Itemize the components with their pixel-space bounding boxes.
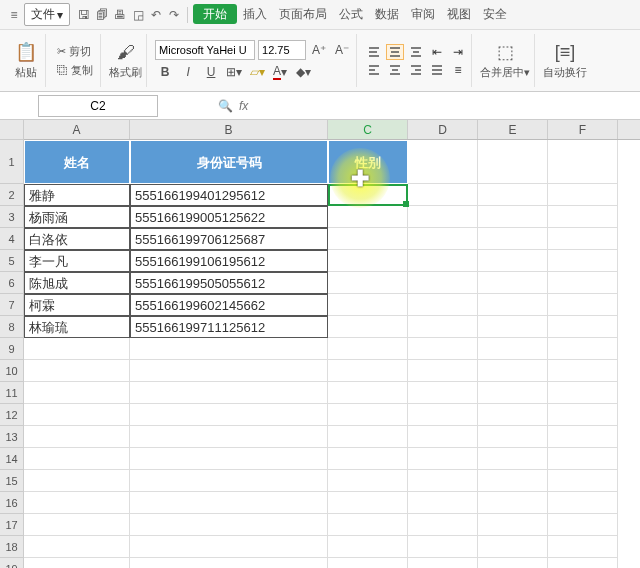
bold-button[interactable]: B xyxy=(155,62,175,82)
save-as-icon[interactable]: 🗐 xyxy=(94,8,110,22)
cell-F13[interactable] xyxy=(548,426,618,448)
underline-button[interactable]: U xyxy=(201,62,221,82)
wrap-group[interactable]: [≡] 自动换行 xyxy=(539,34,591,87)
cell-F8[interactable] xyxy=(548,316,618,338)
row-header-9[interactable]: 9 xyxy=(0,338,24,360)
cell-D4[interactable] xyxy=(408,228,478,250)
cell-D18[interactable] xyxy=(408,536,478,558)
fill-color-button[interactable]: ▱▾ xyxy=(247,62,267,82)
col-header-C[interactable]: C xyxy=(328,120,408,139)
cell-E6[interactable] xyxy=(478,272,548,294)
cell-C13[interactable] xyxy=(328,426,408,448)
tab-插入[interactable]: 插入 xyxy=(237,4,273,24)
cell-F19[interactable] xyxy=(548,558,618,568)
align-top-button[interactable] xyxy=(365,44,383,60)
cell-F17[interactable] xyxy=(548,514,618,536)
cell-E4[interactable] xyxy=(478,228,548,250)
cell-C9[interactable] xyxy=(328,338,408,360)
cell-E11[interactable] xyxy=(478,382,548,404)
cell-F6[interactable] xyxy=(548,272,618,294)
cell-A3[interactable]: 杨雨涵 xyxy=(24,206,130,228)
cell-A16[interactable] xyxy=(24,492,130,514)
cell-E13[interactable] xyxy=(478,426,548,448)
cell-B5[interactable]: 555166199106195612 xyxy=(130,250,328,272)
cell-C4[interactable] xyxy=(328,228,408,250)
row-header-4[interactable]: 4 xyxy=(0,228,24,250)
cell-D19[interactable] xyxy=(408,558,478,568)
save-icon[interactable]: 🖫 xyxy=(76,8,92,22)
cell-B14[interactable] xyxy=(130,448,328,470)
redo-icon[interactable]: ↷ xyxy=(166,8,182,22)
column-headers[interactable]: ABCDEF xyxy=(24,120,640,140)
cell-A13[interactable] xyxy=(24,426,130,448)
effects-button[interactable]: ◆▾ xyxy=(293,62,313,82)
cell-B3[interactable]: 555166199005125622 xyxy=(130,206,328,228)
cell-B6[interactable]: 555166199505055612 xyxy=(130,272,328,294)
zoom-icon[interactable]: 🔍 xyxy=(218,99,233,113)
col-header-D[interactable]: D xyxy=(408,120,478,139)
cell-D7[interactable] xyxy=(408,294,478,316)
cell-C10[interactable] xyxy=(328,360,408,382)
cell-C18[interactable] xyxy=(328,536,408,558)
cell-D12[interactable] xyxy=(408,404,478,426)
cell-B1[interactable]: 身份证号码 xyxy=(130,140,328,184)
row-header-18[interactable]: 18 xyxy=(0,536,24,558)
cell-B18[interactable] xyxy=(130,536,328,558)
cell-E7[interactable] xyxy=(478,294,548,316)
cell-A1[interactable]: 姓名 xyxy=(24,140,130,184)
row-header-6[interactable]: 6 xyxy=(0,272,24,294)
decrease-font-icon[interactable]: A⁻ xyxy=(332,40,352,60)
cell-F2[interactable] xyxy=(548,184,618,206)
cell-E19[interactable] xyxy=(478,558,548,568)
align-right-button[interactable] xyxy=(407,62,425,78)
cell-A5[interactable]: 李一凡 xyxy=(24,250,130,272)
cell-D6[interactable] xyxy=(408,272,478,294)
cell-C14[interactable] xyxy=(328,448,408,470)
cell-D10[interactable] xyxy=(408,360,478,382)
align-center-button[interactable] xyxy=(386,62,404,78)
cell-A11[interactable] xyxy=(24,382,130,404)
cell-C19[interactable] xyxy=(328,558,408,568)
cell-E9[interactable] xyxy=(478,338,548,360)
indent-decrease-button[interactable]: ⇤ xyxy=(428,44,446,60)
cell-D5[interactable] xyxy=(408,250,478,272)
cell-B4[interactable]: 555166199706125687 xyxy=(130,228,328,250)
tab-视图[interactable]: 视图 xyxy=(441,4,477,24)
cell-F5[interactable] xyxy=(548,250,618,272)
cell-A2[interactable]: 雅静 xyxy=(24,184,130,206)
cell-B10[interactable] xyxy=(130,360,328,382)
italic-button[interactable]: I xyxy=(178,62,198,82)
undo-icon[interactable]: ↶ xyxy=(148,8,164,22)
cell-A17[interactable] xyxy=(24,514,130,536)
cell-B2[interactable]: 555166199401295612 xyxy=(130,184,328,206)
name-box[interactable] xyxy=(38,95,158,117)
cell-A12[interactable] xyxy=(24,404,130,426)
cell-D15[interactable] xyxy=(408,470,478,492)
cell-E16[interactable] xyxy=(478,492,548,514)
cell-F14[interactable] xyxy=(548,448,618,470)
cell-E3[interactable] xyxy=(478,206,548,228)
cell-A7[interactable]: 柯霖 xyxy=(24,294,130,316)
align-bottom-button[interactable] xyxy=(407,44,425,60)
row-header-14[interactable]: 14 xyxy=(0,448,24,470)
col-header-F[interactable]: F xyxy=(548,120,618,139)
cell-B7[interactable]: 555166199602145662 xyxy=(130,294,328,316)
cell-E14[interactable] xyxy=(478,448,548,470)
row-header-16[interactable]: 16 xyxy=(0,492,24,514)
cell-E12[interactable] xyxy=(478,404,548,426)
cell-C8[interactable] xyxy=(328,316,408,338)
cell-D16[interactable] xyxy=(408,492,478,514)
cell-F7[interactable] xyxy=(548,294,618,316)
cell-A19[interactable] xyxy=(24,558,130,568)
cell-F9[interactable] xyxy=(548,338,618,360)
cell-D3[interactable] xyxy=(408,206,478,228)
cell-C11[interactable] xyxy=(328,382,408,404)
cell-F1[interactable] xyxy=(548,140,618,184)
cell-A8[interactable]: 林瑜琉 xyxy=(24,316,130,338)
copy-button[interactable]: ⿻ 复制 xyxy=(54,62,96,79)
cell-B11[interactable] xyxy=(130,382,328,404)
tab-开始[interactable]: 开始 xyxy=(193,4,237,24)
cell-F12[interactable] xyxy=(548,404,618,426)
tab-安全[interactable]: 安全 xyxy=(477,4,513,24)
cell-F18[interactable] xyxy=(548,536,618,558)
